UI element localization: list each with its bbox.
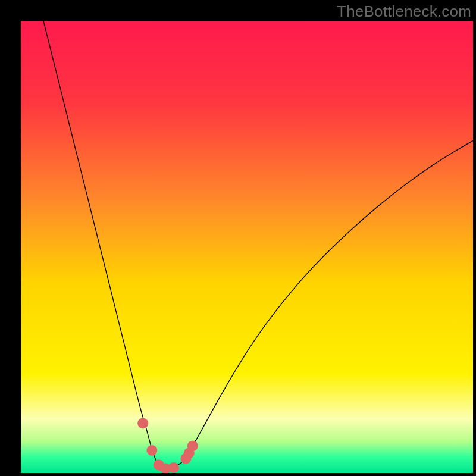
plot-area (21, 21, 473, 473)
highlight-point (137, 418, 148, 428)
watermark-text: TheBottleneck.com (337, 2, 471, 21)
chart-svg (21, 21, 473, 473)
highlight-point (187, 440, 198, 451)
gradient-background (21, 21, 473, 473)
chart-frame: TheBottleneck.com (0, 0, 476, 476)
highlight-point (168, 462, 179, 473)
highlight-point (146, 445, 157, 456)
